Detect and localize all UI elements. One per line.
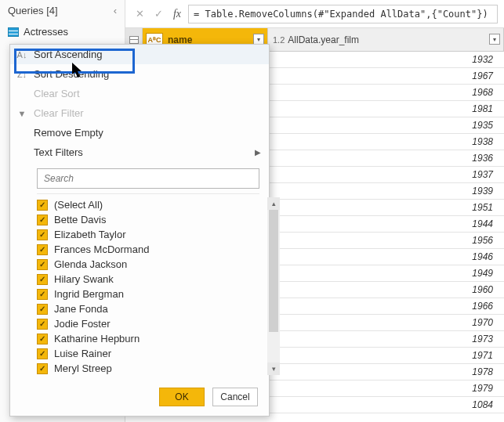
collapse-icon[interactable]: ‹ [114, 5, 117, 16]
cell-year: 1981 [268, 101, 504, 117]
cell-year: 1973 [268, 331, 504, 347]
cancel-button[interactable]: Cancel [212, 388, 258, 406]
clear-sort: Clear Sort [10, 84, 269, 103]
cell-year: 1949 [268, 265, 504, 281]
filter-option-label: Hilary Swank [54, 273, 114, 285]
cell-year: 1978 [268, 364, 504, 380]
cell-year: 1979 [268, 381, 504, 396]
query-item-actresses[interactable]: Actresses [0, 21, 125, 42]
menu-label: Sort Descending [34, 68, 109, 80]
text-filters[interactable]: Text Filters ▶ [10, 142, 269, 162]
filter-option-label: Ingrid Bergman [54, 288, 124, 300]
queries-header[interactable]: Queries [4] ‹ [0, 0, 125, 21]
scroll-down-icon[interactable]: ▾ [267, 362, 280, 375]
checkbox-icon: ✓ [37, 200, 48, 211]
filter-option-label: Bette Davis [54, 214, 106, 225]
filter-option-label: Katharine Hepburn [54, 333, 140, 344]
checkbox-icon: ✓ [37, 363, 48, 374]
cell-year: 1956 [268, 233, 504, 248]
filter-option[interactable]: ✓Hilary Swank [37, 272, 259, 287]
chevron-right-icon: ▶ [255, 148, 261, 157]
cell-year: 1946 [268, 249, 504, 265]
search-input[interactable] [37, 168, 259, 189]
filter-clear-icon: ▼ [16, 108, 27, 119]
chevron-down-icon[interactable]: ▾ [253, 34, 264, 45]
cell-year: 1939 [268, 183, 504, 199]
ok-button[interactable]: OK [159, 388, 205, 406]
menu-label: Clear Filter [34, 107, 84, 119]
sort-desc-icon: Z↓ [16, 69, 27, 80]
checkbox-icon: ✓ [37, 319, 48, 330]
cell-year: 1951 [268, 200, 504, 215]
filter-option[interactable]: ✓Luise Rainer [37, 346, 259, 361]
filter-option[interactable]: ✓Glenda Jackson [37, 257, 259, 272]
scrollbar[interactable]: ▴ ▾ [267, 197, 280, 375]
cell-year: 1966 [268, 298, 504, 314]
filter-option[interactable]: ✓Bette Davis [37, 212, 259, 227]
checkbox-icon: ✓ [37, 334, 48, 344]
checkbox-icon: ✓ [37, 348, 48, 359]
formula-bar: ✕ ✓ fx [125, 0, 504, 28]
filter-option[interactable]: ✓Frances McDormand [37, 242, 259, 257]
filter-option-label: Elizabeth Taylor [54, 229, 126, 240]
cell-year: 1967 [268, 68, 504, 84]
checkbox-icon: ✓ [37, 274, 48, 285]
filter-option-label: (Select All) [54, 199, 103, 211]
cell-year: 1084 [268, 397, 504, 413]
menu-label: Text Filters [34, 146, 83, 158]
menu-label: Clear Sort [34, 88, 80, 99]
filter-search [37, 168, 259, 189]
checkbox-icon: ✓ [37, 215, 48, 225]
queries-title: Queries [4] [8, 5, 58, 16]
scroll-up-icon[interactable]: ▴ [267, 197, 280, 210]
type-decimal-icon[interactable]: 1.2 [273, 35, 285, 45]
filter-option[interactable]: ✓Elizabeth Taylor [37, 227, 259, 242]
formula-input[interactable] [188, 5, 498, 23]
filter-values-list[interactable]: ✓(Select All)✓Bette Davis✓Elizabeth Tayl… [37, 194, 259, 375]
menu-label: Sort Ascending [34, 49, 102, 60]
cell-year: 1970 [268, 315, 504, 330]
checkbox-icon: ✓ [37, 259, 48, 270]
filter-option[interactable]: ✓Meryl Streep [37, 361, 259, 375]
menu-label: Remove Empty [34, 127, 103, 139]
clear-filter: ▼ Clear Filter [10, 103, 269, 123]
filter-option-label: Jodie Foster [54, 318, 111, 330]
column-filter-dropdown: A↓ Sort Ascending Z↓ Sort Descending Cle… [9, 44, 270, 417]
table-icon [8, 27, 19, 37]
filter-option-label: Frances McDormand [54, 243, 149, 255]
accept-formula-icon[interactable]: ✓ [150, 6, 166, 22]
column-label: AllData.year_film [288, 34, 359, 45]
cell-year: 1968 [268, 85, 504, 100]
checkbox-icon: ✓ [37, 289, 48, 300]
filter-option[interactable]: ✓Jane Fonda [37, 301, 259, 316]
cell-year: 1937 [268, 167, 504, 182]
filter-option[interactable]: ✓(Select All) [37, 197, 259, 212]
fx-icon[interactable]: fx [169, 6, 185, 22]
cancel-formula-icon[interactable]: ✕ [132, 6, 147, 22]
chevron-down-icon[interactable]: ▾ [489, 34, 500, 45]
filter-option[interactable]: ✓Jodie Foster [37, 316, 259, 331]
filter-option-label: Luise Rainer [54, 348, 111, 359]
checkbox-icon: ✓ [37, 244, 48, 255]
cell-year: 1932 [268, 52, 504, 67]
cell-year: 1960 [268, 282, 504, 298]
sort-asc-icon: A↓ [16, 49, 27, 60]
cell-year: 1935 [268, 117, 504, 133]
checkbox-icon: ✓ [37, 304, 48, 315]
cell-year: 1971 [268, 348, 504, 363]
sort-descending[interactable]: Z↓ Sort Descending [10, 64, 269, 84]
cell-year: 1944 [268, 216, 504, 232]
column-year-film[interactable]: 1.2 AllData.year_film ▾ [268, 28, 504, 51]
table-icon [129, 36, 139, 44]
filter-option[interactable]: ✓Katharine Hepburn [37, 331, 259, 346]
filter-option[interactable]: ✓Ingrid Bergman [37, 287, 259, 301]
sort-ascending[interactable]: A↓ Sort Ascending [10, 45, 269, 64]
filter-option-label: Glenda Jackson [54, 258, 127, 270]
scroll-thumb[interactable] [269, 210, 278, 332]
query-item-label: Actresses [24, 26, 68, 38]
filter-option-label: Meryl Streep [54, 362, 112, 374]
cell-year: 1938 [268, 134, 504, 150]
checkbox-icon: ✓ [37, 229, 48, 240]
remove-empty[interactable]: Remove Empty [10, 123, 269, 142]
filter-option-label: Jane Fonda [54, 303, 108, 315]
